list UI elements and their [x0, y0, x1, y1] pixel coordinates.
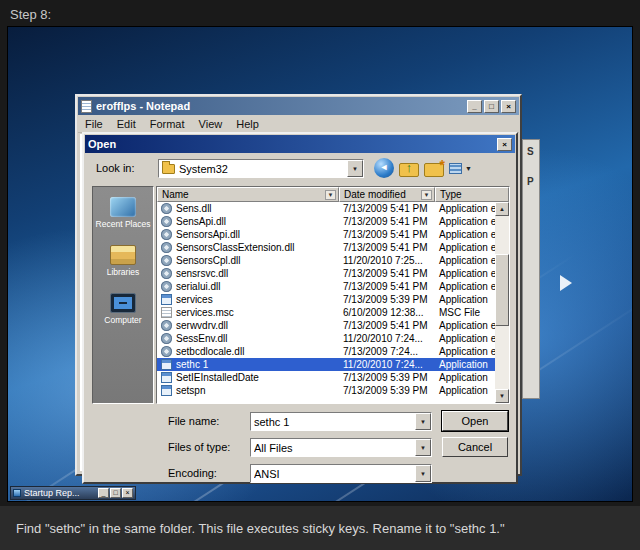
file-row[interactable]: SensorsCpl.dll 11/20/2010 7:25... Applic… [157, 254, 495, 267]
filter-chevron-icon[interactable]: ▼ [421, 190, 432, 200]
maximize-button[interactable]: □ [484, 100, 499, 113]
file-icon [161, 216, 172, 227]
sidebar-item-label: Libraries [93, 267, 153, 277]
up-one-level-button[interactable] [399, 163, 419, 177]
file-date: 7/13/2009 5:41 PM [339, 215, 435, 228]
open-button[interactable]: Open [442, 411, 508, 431]
file-date: 7/13/2009 7:24... [339, 345, 435, 358]
file-row[interactable]: setspn 7/13/2009 5:39 PM Application [157, 384, 495, 397]
look-in-dropdown[interactable]: System32 ▼ [158, 159, 364, 178]
notepad-title: erofflps - Notepad [96, 100, 465, 112]
column-header-label: Type [440, 189, 462, 200]
file-type: Application exte... [435, 345, 495, 358]
file-name-input[interactable] [254, 416, 431, 428]
sidebar-item-computer[interactable]: Computer [93, 293, 153, 325]
dialog-close-icon[interactable]: × [497, 138, 512, 151]
views-button[interactable]: ▼ [449, 158, 479, 178]
file-date: 7/13/2009 5:39 PM [339, 293, 435, 306]
taskbar-item-startup-repair[interactable]: Startup Rep... _ □ × [10, 486, 136, 500]
file-name: services [176, 293, 213, 306]
column-header-name[interactable]: Name ▼ [157, 187, 339, 202]
vertical-scrollbar[interactable]: ▲ ▼ [495, 202, 509, 403]
file-name: setspn [176, 384, 205, 397]
minimize-button[interactable]: _ [98, 488, 109, 498]
file-type: Application [435, 293, 495, 306]
look-in-value: System32 [179, 163, 363, 175]
column-header-date-modified[interactable]: Date modified ▼ [339, 187, 435, 202]
chevron-down-icon[interactable]: ▼ [347, 160, 363, 177]
file-list-body: Sens.dll 7/13/2009 5:41 PM Application e… [157, 202, 495, 403]
file-name: setbcdlocale.dll [176, 345, 244, 358]
chevron-down-icon[interactable]: ▼ [415, 439, 431, 456]
file-row[interactable]: SensorsApi.dll 7/13/2009 5:41 PM Applica… [157, 228, 495, 241]
back-button[interactable] [374, 158, 394, 178]
files-of-type-label: Files of type: [168, 441, 230, 453]
file-type: Application exte... [435, 280, 495, 293]
recent-places-icon [110, 197, 136, 217]
file-name-combo[interactable]: ▼ [250, 412, 432, 431]
file-row[interactable]: SetIEInstalledDate 7/13/2009 5:39 PM App… [157, 371, 495, 384]
file-row[interactable]: services.msc 6/10/2009 12:38... MSC File [157, 306, 495, 319]
dialog-titlebar[interactable]: Open × [85, 135, 515, 153]
filter-chevron-icon[interactable]: ▼ [325, 190, 336, 200]
menu-item-help[interactable]: Help [229, 117, 266, 131]
file-name: SensorsApi.dll [176, 228, 240, 241]
background-text-fragment: S [527, 146, 534, 157]
open-dialog: Open × Look in: System32 ▼ ▼ [82, 132, 518, 484]
file-row[interactable]: serwvdrv.dll 7/13/2009 5:41 PM Applicati… [157, 319, 495, 332]
file-name: serwvdrv.dll [176, 319, 228, 332]
computer-icon [110, 293, 136, 313]
chevron-down-icon[interactable]: ▼ [415, 413, 431, 430]
file-name: serialui.dll [176, 280, 220, 293]
file-icon [161, 359, 172, 370]
caption-bar: Find "sethc" in the same folder. This fi… [0, 506, 640, 550]
encoding-dropdown[interactable]: ANSI ▼ [250, 464, 432, 483]
close-button[interactable]: × [122, 488, 133, 498]
files-of-type-dropdown[interactable]: All Files ▼ [250, 438, 432, 457]
file-row[interactable]: Sens.dll 7/13/2009 5:41 PM Application e… [157, 202, 495, 215]
file-row[interactable]: serialui.dll 7/13/2009 5:41 PM Applicati… [157, 280, 495, 293]
file-list: Name ▼ Date modified ▼ Type Sens.dll 7/1… [156, 186, 510, 404]
file-name: SessEnv.dll [176, 332, 228, 345]
file-list-header: Name ▼ Date modified ▼ Type [157, 187, 509, 202]
menu-item-view[interactable]: View [192, 117, 230, 131]
restore-button[interactable]: □ [110, 488, 121, 498]
file-name: Sens.dll [176, 202, 212, 215]
file-row[interactable]: sethc 1 11/20/2010 7:24... Application [157, 358, 495, 371]
notepad-icon [81, 100, 92, 113]
file-row[interactable]: SensApi.dll 7/13/2009 5:41 PM Applicatio… [157, 215, 495, 228]
file-row[interactable]: setbcdlocale.dll 7/13/2009 7:24... Appli… [157, 345, 495, 358]
menu-item-file[interactable]: File [78, 117, 110, 131]
step-label: Step 8: [10, 7, 51, 22]
sidebar-item-libraries[interactable]: Libraries [93, 245, 153, 277]
file-row[interactable]: SessEnv.dll 11/20/2010 7:24... Applicati… [157, 332, 495, 345]
scroll-up-icon[interactable]: ▲ [495, 202, 509, 216]
minimize-button[interactable]: _ [467, 100, 482, 113]
notepad-titlebar[interactable]: erofflps - Notepad _ □ × [78, 97, 519, 115]
file-row[interactable]: SensorsClassExtension.dll 7/13/2009 5:41… [157, 241, 495, 254]
caption-text: Find "sethc" in the same folder. This fi… [16, 521, 505, 536]
file-date: 7/13/2009 5:41 PM [339, 202, 435, 215]
file-type: Application exte... [435, 228, 495, 241]
startup-repair-icon [13, 489, 21, 497]
encoding-label: Encoding: [168, 467, 217, 479]
file-type: Application exte... [435, 202, 495, 215]
cancel-button[interactable]: Cancel [442, 437, 508, 457]
menu-item-format[interactable]: Format [143, 117, 192, 131]
chevron-down-icon[interactable]: ▼ [415, 465, 431, 482]
sidebar-item-recent-places[interactable]: Recent Places [93, 197, 153, 229]
file-type: Application exte... [435, 319, 495, 332]
scrollbar-thumb[interactable] [495, 254, 509, 326]
wallpaper-light-arrow [560, 275, 572, 291]
file-row[interactable]: sensrsvc.dll 7/13/2009 5:41 PM Applicati… [157, 267, 495, 280]
menu-item-edit[interactable]: Edit [110, 117, 143, 131]
new-folder-button[interactable] [424, 163, 444, 177]
background-text-fragment: P [527, 176, 534, 187]
scroll-down-icon[interactable]: ▼ [495, 389, 509, 403]
close-button[interactable]: × [501, 100, 516, 113]
column-header-type[interactable]: Type [435, 187, 509, 202]
file-date: 11/20/2010 7:24... [339, 358, 435, 371]
file-row[interactable]: services 7/13/2009 5:39 PM Application [157, 293, 495, 306]
file-icon [161, 346, 172, 357]
file-name-label: File name: [168, 415, 219, 427]
